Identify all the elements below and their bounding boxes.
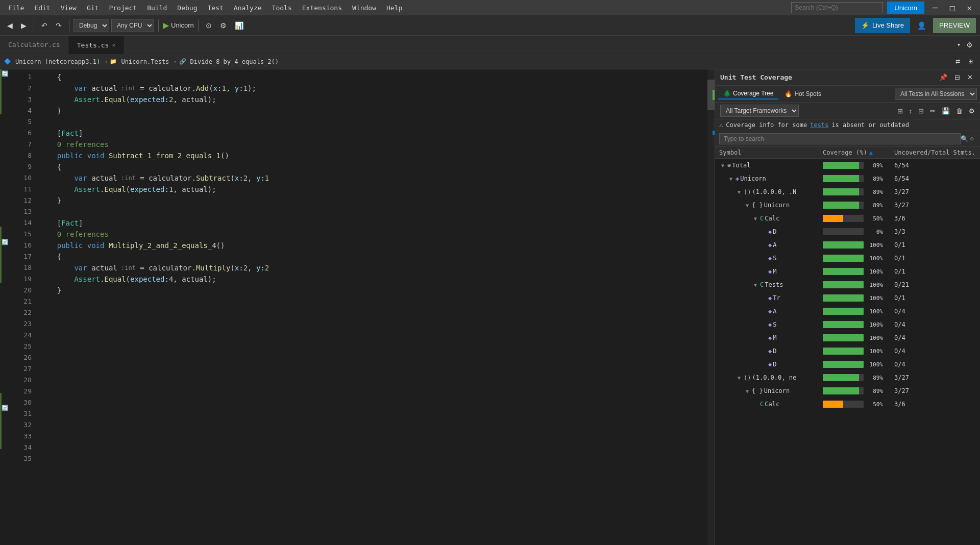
tab-tests-close[interactable]: ✕ <box>112 42 115 48</box>
preview-button[interactable]: PREVIEW <box>933 18 976 33</box>
utc-save-button[interactable]: 💾 <box>940 106 952 116</box>
tree-row[interactable]: ◆ S 100% 0/4 <box>715 318 980 331</box>
tab-tests[interactable]: Tests.cs ✕ <box>69 36 124 54</box>
expand-btn[interactable] <box>760 321 767 328</box>
utc-settings-button[interactable]: ⚙ <box>967 106 977 116</box>
tool-btn-2[interactable]: ⚙ <box>217 18 230 33</box>
menu-item-build[interactable]: Build <box>143 3 171 13</box>
expand-btn[interactable]: ▼ <box>744 387 751 394</box>
menu-item-analyze[interactable]: Analyze <box>230 3 266 13</box>
utc-close-button[interactable]: ✕ <box>965 72 975 82</box>
breadcrumb-method[interactable]: Divide_8_by_4_equals_2() <box>188 57 281 66</box>
expand-all-button[interactable]: ⊞ <box>965 54 976 69</box>
utc-sort-button[interactable]: ↕ <box>907 106 915 116</box>
tree-row[interactable]: ◆ S 100% 0/1 <box>715 252 980 265</box>
tree-row[interactable]: ▼ { } Unicorn 89% 3/27 <box>715 199 980 212</box>
menu-item-file[interactable]: File <box>4 3 28 13</box>
gutter-icon-2[interactable]: 🔄 <box>1 238 9 246</box>
sync-scroll-button[interactable]: ⇄ <box>952 54 963 69</box>
col-coverage[interactable]: Coverage (%) ▲ <box>823 149 894 156</box>
expand-btn[interactable]: ▼ <box>727 175 734 182</box>
tree-row[interactable]: C Calc 50% 3/6 <box>715 398 980 411</box>
tree-row[interactable]: ◆ M 100% 0/4 <box>715 331 980 344</box>
expand-btn[interactable] <box>760 241 767 249</box>
utc-filter-button[interactable]: ⊟ <box>916 106 926 116</box>
undo-button[interactable]: ↶ <box>38 18 51 33</box>
utc-search-input[interactable] <box>719 133 961 144</box>
menu-item-extensions[interactable]: Extensions <box>298 3 346 13</box>
expand-btn[interactable] <box>760 308 767 315</box>
expand-btn[interactable] <box>760 228 767 235</box>
tree-row[interactable]: ◆ Tr 100% 0/1 <box>715 291 980 305</box>
tool-btn-3[interactable]: 📊 <box>232 18 247 33</box>
warning-link[interactable]: tests <box>810 121 828 129</box>
tree-row[interactable]: ◆ M 100% 0/1 <box>715 265 980 278</box>
utc-pin-button[interactable]: 📌 <box>937 72 949 82</box>
gutter-icon-3[interactable]: 🔄 <box>1 404 9 412</box>
tree-row[interactable]: ▼ ⟨⟩ (1.0.0.0, .N 89% 3/27 <box>715 185 980 199</box>
menu-item-tools[interactable]: Tools <box>268 3 296 13</box>
forward-button[interactable]: ▶ <box>18 18 30 33</box>
expand-btn[interactable] <box>760 348 767 355</box>
utc-tab-hot-spots[interactable]: 🔥 Hot Spots <box>779 89 826 99</box>
expand-btn[interactable] <box>760 334 767 341</box>
menu-item-test[interactable]: Test <box>204 3 228 13</box>
tabs-overflow-button[interactable]: ▾ <box>954 37 963 53</box>
tree-row[interactable]: ◆ D 100% 0/4 <box>715 344 980 358</box>
window-maximize-button[interactable]: □ <box>946 2 959 14</box>
search-input[interactable] <box>791 2 883 13</box>
liveshare-button[interactable]: ⚡ Live Share <box>855 18 910 33</box>
unicorn-profile-button[interactable]: Unicorn <box>887 2 924 14</box>
account-button[interactable]: 👤 <box>914 18 929 33</box>
tree-row[interactable]: ▼ ⊕ Total 89% 6/54 <box>715 159 980 172</box>
tabs-settings-button[interactable]: ⚙ <box>963 37 976 53</box>
redo-button[interactable]: ↷ <box>53 18 65 33</box>
tree-row[interactable]: ▼ C Tests 100% 0/21 <box>715 278 980 291</box>
run-button[interactable]: ▶ Unicorn <box>163 20 194 30</box>
tree-row[interactable]: ▼ ⟨⟩ (1.0.0.0, ne 89% 3/27 <box>715 371 980 384</box>
breadcrumb-project[interactable]: Unicorn (netcoreapp3.1) <box>13 57 102 66</box>
menu-item-edit[interactable]: Edit <box>30 3 54 13</box>
expand-btn[interactable]: ▼ <box>752 281 759 288</box>
utc-highlight-button[interactable]: ✏ <box>928 106 938 116</box>
tree-row[interactable]: ◆ A 100% 0/4 <box>715 305 980 318</box>
gutter-icon-1[interactable]: 🔄 <box>1 69 9 78</box>
tree-row[interactable]: ◆ D 100% 0/4 <box>715 358 980 371</box>
expand-btn[interactable]: ▼ <box>736 374 743 381</box>
expand-btn[interactable] <box>760 294 767 302</box>
utc-delete-button[interactable]: 🗑 <box>954 106 965 116</box>
sessions-dropdown[interactable]: All Tests in All Sessions <box>895 88 977 100</box>
menu-item-project[interactable]: Project <box>105 3 141 13</box>
expand-btn[interactable]: ▼ <box>752 215 759 222</box>
col-symbol[interactable]: Symbol <box>719 149 823 156</box>
menu-item-view[interactable]: View <box>57 3 81 13</box>
window-close-button[interactable]: ✕ <box>963 2 976 14</box>
expand-btn[interactable] <box>760 255 767 262</box>
tool-btn-1[interactable]: ⊙ <box>203 18 215 33</box>
debug-config-dropdown[interactable]: Debug <box>74 19 109 32</box>
menu-item-git[interactable]: Git <box>83 3 103 13</box>
breadcrumb-namespace[interactable]: Unicorn.Tests <box>119 57 171 66</box>
tree-row[interactable]: ◆ D 0% 3/3 <box>715 225 980 238</box>
tree-row[interactable]: ▼ { } Unicorn 89% 3/27 <box>715 384 980 398</box>
menu-item-window[interactable]: Window <box>348 3 380 13</box>
menu-item-help[interactable]: Help <box>382 3 406 13</box>
utc-float-button[interactable]: ⊟ <box>952 72 962 82</box>
expand-btn[interactable]: ▼ <box>744 202 751 209</box>
utc-tab-coverage-tree[interactable]: 🌲 Coverage Tree <box>718 88 778 100</box>
tree-row[interactable]: ▼ C Calc 50% 3/6 <box>715 212 980 225</box>
menu-item-debug[interactable]: Debug <box>173 3 201 13</box>
expand-btn[interactable] <box>760 268 767 275</box>
expand-btn[interactable]: ▼ <box>719 162 726 169</box>
tree-row[interactable]: ◆ A 100% 0/1 <box>715 238 980 252</box>
window-minimize-button[interactable]: ─ <box>928 2 942 14</box>
back-button[interactable]: ◀ <box>4 18 16 33</box>
frameworks-dropdown[interactable]: All Target Frameworks <box>720 105 799 117</box>
cpu-dropdown[interactable]: Any CPU <box>111 19 154 32</box>
code-content[interactable]: { var actual :int = calculator.Add(x:1, … <box>36 69 707 545</box>
expand-btn[interactable] <box>752 401 759 408</box>
tab-calculator[interactable]: Calculator.cs <box>0 36 69 54</box>
expand-btn[interactable] <box>760 361 767 368</box>
expand-btn[interactable]: ▼ <box>736 188 743 195</box>
tree-row[interactable]: ▼ ◈ Unicorn 89% 6/54 <box>715 172 980 185</box>
